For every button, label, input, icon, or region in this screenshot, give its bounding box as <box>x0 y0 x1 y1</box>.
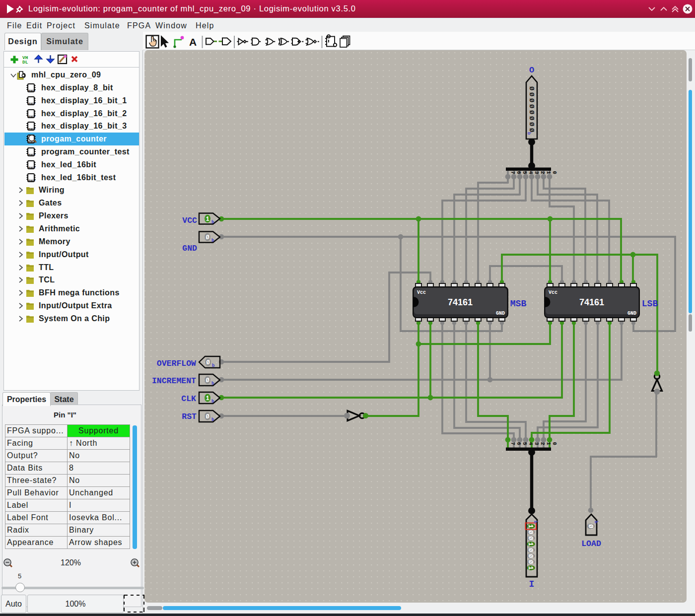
svg-text:Ø: Ø <box>528 92 535 96</box>
svg-text:74161: 74161 <box>448 297 473 307</box>
svg-text:2: 2 <box>540 442 546 445</box>
svg-text:Ø: Ø <box>527 560 534 564</box>
svg-text:Ø: Ø <box>206 377 209 384</box>
svg-text:b: b <box>211 381 214 386</box>
svg-text:b: b <box>211 417 214 422</box>
svg-text:Ø: Ø <box>528 122 535 126</box>
svg-text:6: 6 <box>516 442 522 445</box>
svg-text:Ø: Ø <box>527 554 534 558</box>
svg-text:CLK: CLK <box>181 394 196 404</box>
svg-text:Ø: Ø <box>527 548 534 552</box>
svg-text:Ø: Ø <box>528 110 535 114</box>
svg-text:Ø: Ø <box>527 530 534 534</box>
svg-text:1: 1 <box>527 524 534 528</box>
svg-text:O: O <box>529 66 534 75</box>
svg-text:b: b <box>212 363 214 368</box>
svg-text:RST: RST <box>182 412 197 421</box>
svg-text:1: 1 <box>546 171 552 174</box>
svg-text:Ø: Ø <box>528 104 535 108</box>
svg-text:6: 6 <box>516 171 522 174</box>
svg-text:3: 3 <box>534 171 540 174</box>
svg-text:1: 1 <box>527 566 534 570</box>
svg-text:LSB: LSB <box>642 299 658 309</box>
svg-text:Ø: Ø <box>528 86 535 90</box>
svg-text:b: b <box>211 220 214 225</box>
svg-text:VCC: VCC <box>182 216 197 225</box>
svg-text:5: 5 <box>522 442 528 445</box>
svg-text:1: 1 <box>546 442 552 445</box>
svg-text:GND: GND <box>182 244 197 253</box>
svg-text:A: A <box>189 36 197 48</box>
svg-text:Ø: Ø <box>206 359 209 366</box>
svg-text:Ø: Ø <box>528 116 535 120</box>
svg-text:4: 4 <box>528 171 534 174</box>
svg-text:Ø: Ø <box>528 98 535 102</box>
svg-text:b: b <box>211 238 214 243</box>
svg-text:Ø: Ø <box>206 234 209 241</box>
svg-text:b: b <box>533 521 538 523</box>
svg-text:1: 1 <box>206 395 209 402</box>
svg-text:3: 3 <box>534 442 540 445</box>
svg-text:7: 7 <box>510 171 516 174</box>
svg-text:b: b <box>211 399 214 404</box>
svg-text:Vcc: Vcc <box>417 290 426 295</box>
svg-text:LOAD: LOAD <box>581 539 601 548</box>
svg-text:1: 1 <box>206 216 209 223</box>
svg-text:b: b <box>526 132 531 135</box>
svg-text:2: 2 <box>540 171 546 174</box>
svg-text:MSB: MSB <box>510 299 527 309</box>
svg-text:Ø: Ø <box>587 524 594 528</box>
svg-text:7: 7 <box>510 442 516 445</box>
svg-text:0: 0 <box>552 442 557 445</box>
svg-text:b: b <box>593 521 598 523</box>
svg-text:DL: DL <box>22 60 28 65</box>
svg-text:INCREMENT: INCREMENT <box>152 376 196 386</box>
svg-text:OVERFLOW: OVERFLOW <box>157 359 196 368</box>
svg-text:4: 4 <box>528 442 534 445</box>
svg-text:Ø: Ø <box>527 536 534 540</box>
svg-text:Ø: Ø <box>206 413 209 420</box>
svg-text:5: 5 <box>522 171 528 174</box>
svg-text:0: 0 <box>552 171 557 174</box>
svg-text:1: 1 <box>527 542 534 546</box>
svg-text:I: I <box>529 579 535 589</box>
svg-text:Ø: Ø <box>528 128 535 132</box>
svg-text:GND: GND <box>496 311 505 316</box>
